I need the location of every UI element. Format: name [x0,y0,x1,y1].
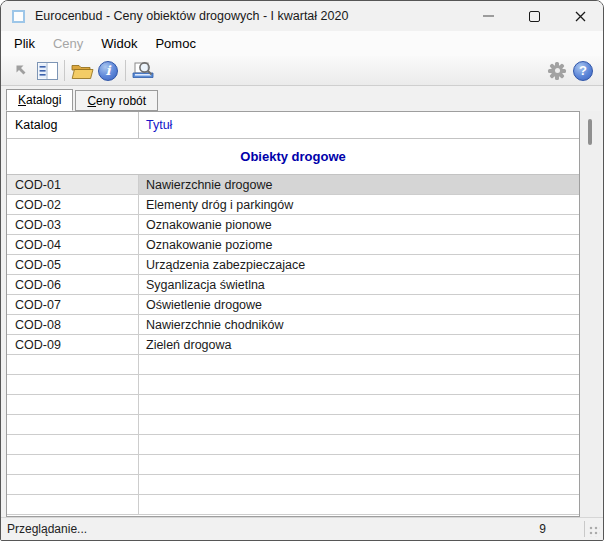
cell-tytul: Syganlizacja świetlna [139,275,579,294]
cell-katalog: COD-01 [7,175,139,194]
window-controls [465,1,603,31]
row-count: 9 [539,522,546,536]
resize-grip[interactable] [585,518,603,540]
maximize-button[interactable] [511,1,557,31]
toolbar-separator [64,60,65,81]
settings-button[interactable] [544,58,570,84]
tab-ceny-robot[interactable]: Ceny robót [75,90,158,111]
empty-row [7,375,579,395]
minimize-icon [483,15,494,17]
toolbar-separator [125,60,126,81]
title-bar: Eurocenbud - Ceny obiektów drogowych - I… [1,1,603,31]
menu-pomoc[interactable]: Pomoc [146,33,204,54]
catalog-table: Katalog Tytuł Obiekty drogowe COD-01 Naw… [6,111,580,517]
cell-katalog: COD-06 [7,275,139,294]
empty-row [7,475,579,495]
tab-katalogi[interactable]: Katalogi [6,89,73,111]
cell-katalog: COD-03 [7,215,139,234]
app-icon [12,10,25,23]
status-message: Przeglądanie... [1,522,87,536]
scrollbar-thumb[interactable] [588,119,592,145]
settings-gear-icon [548,62,566,80]
cell-tytul: Nawierzchnie chodników [139,315,579,334]
dock-arrow-icon [14,63,29,78]
empty-row [7,435,579,455]
empty-row [7,395,579,415]
report-view-icon [37,62,58,80]
group-header-row: Obiekty drogowe [7,139,579,175]
empty-row [7,415,579,435]
empty-row [7,355,579,375]
content-area: Katalog Tytuł Obiekty drogowe COD-01 Naw… [1,111,603,517]
print-preview-button[interactable] [130,58,156,84]
report-view-button[interactable] [34,58,60,84]
dock-arrow-button [8,58,34,84]
cell-tytul: Elementy dróg i parkingów [139,195,579,214]
cell-katalog: COD-09 [7,335,139,354]
info-button[interactable]: i [95,58,121,84]
open-folder-button[interactable] [69,58,95,84]
cell-tytul: Urządzenia zabezpieczajace [139,255,579,274]
column-header-katalog[interactable]: Katalog [7,112,139,138]
app-window: Eurocenbud - Ceny obiektów drogowych - I… [0,0,604,541]
table-row[interactable]: COD-05 Urządzenia zabezpieczajace [7,255,579,275]
vertical-scrollbar[interactable] [580,111,601,517]
table-row[interactable]: COD-07 Oświetlenie drogowe [7,295,579,315]
tab-bar: Katalogi Ceny robót [1,86,603,111]
maximize-icon [529,11,540,22]
close-icon [574,10,587,23]
cell-tytul: Oznakowanie pionowe [139,215,579,234]
cell-katalog: COD-08 [7,315,139,334]
minimize-button[interactable] [465,1,511,31]
cell-tytul: Oświetlenie drogowe [139,295,579,314]
table-row[interactable]: COD-09 Zieleń drogowa [7,335,579,355]
cell-katalog: COD-05 [7,255,139,274]
cell-katalog: COD-02 [7,195,139,214]
menu-plik[interactable]: Plik [5,33,44,54]
cell-tytul: Nawierzchnie drogowe [139,175,579,194]
menu-ceny: Ceny [44,33,92,54]
menu-bar: Plik Ceny Widok Pomoc [1,31,603,56]
cell-tytul: Zieleń drogowa [139,335,579,354]
toolbar: i ? [1,56,603,86]
table-header-row: Katalog Tytuł [7,112,579,139]
help-icon: ? [573,61,593,81]
open-folder-icon [70,61,94,80]
table-row[interactable]: COD-03 Oznakowanie pionowe [7,215,579,235]
close-button[interactable] [557,1,603,31]
cell-katalog: COD-04 [7,235,139,254]
table-row[interactable]: COD-08 Nawierzchnie chodników [7,315,579,335]
table-row[interactable]: COD-01 Nawierzchnie drogowe [7,175,579,195]
empty-row [7,455,579,475]
cell-tytul: Oznakowanie poziome [139,235,579,254]
table-row[interactable]: COD-04 Oznakowanie poziome [7,235,579,255]
table-row[interactable]: COD-06 Syganlizacja świetlna [7,275,579,295]
status-bar: Przeglądanie... 9 [1,517,603,540]
menu-widok[interactable]: Widok [92,33,146,54]
window-title: Eurocenbud - Ceny obiektów drogowych - I… [35,9,348,23]
column-header-tytul[interactable]: Tytuł [139,112,579,138]
cell-katalog: COD-07 [7,295,139,314]
resize-grip-icon [589,526,600,537]
help-button[interactable]: ? [570,58,596,84]
empty-row [7,495,579,515]
table-row[interactable]: COD-02 Elementy dróg i parkingów [7,195,579,215]
info-icon: i [98,61,118,81]
print-preview-icon [131,61,155,81]
